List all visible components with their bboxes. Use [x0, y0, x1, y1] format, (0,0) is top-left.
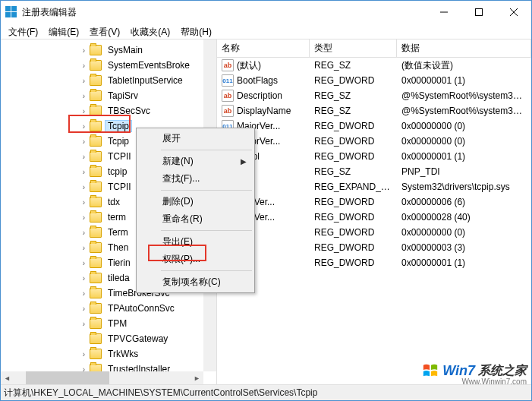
tree-node[interactable]: TPVCGateway: [1, 331, 216, 346]
folder-icon: [90, 166, 102, 177]
chevron-right-icon[interactable]: ›: [80, 62, 88, 70]
value-type: REG_SZ: [310, 105, 397, 117]
list-row[interactable]: abPathREG_EXPAND_SZSystem32\drivers\tcpi…: [217, 179, 531, 194]
chevron-right-icon[interactable]: ›: [80, 213, 88, 222]
chevron-right-icon[interactable]: ›: [80, 153, 88, 161]
list-pane[interactable]: 名称 类型 数据 ab(默认)REG_SZ(数值未设置)011BootFlags…: [217, 39, 531, 384]
status-path: 计算机\HKEY_LOCAL_MACHINE\SYSTEM\CurrentCon…: [4, 387, 317, 398]
menu-file[interactable]: 文件(F): [4, 25, 42, 37]
tree-node[interactable]: ›SystemEventsBroke: [1, 58, 216, 73]
tree-node[interactable]: ›TapiSrv: [1, 88, 216, 103]
tree-node[interactable]: ›TrkWks: [1, 346, 216, 362]
watermark-brand1: Win7: [442, 363, 475, 379]
context-menu-item[interactable]: 重命名(R): [138, 210, 253, 228]
chevron-right-icon[interactable]: ›: [80, 350, 88, 358]
chevron-right-icon[interactable]: ›: [80, 92, 88, 100]
value-type: REG_DWORD: [310, 226, 397, 238]
value-type: REG_SZ: [310, 166, 397, 178]
chevron-right-icon[interactable]: ›: [80, 168, 88, 176]
tree-node[interactable]: ›TPAutoConnSvc: [1, 301, 216, 316]
list-row[interactable]: abDescriptionREG_SZ@%SystemRoot%\system3…: [217, 88, 531, 103]
tree-scrollbar-horizontal[interactable]: ◄ ►: [1, 371, 203, 384]
scroll-left-icon[interactable]: ◄: [1, 371, 14, 384]
tree-node-label: Then: [105, 242, 131, 254]
watermark-brand2: 系统之家: [478, 363, 527, 379]
value-data: 0x00000001 (1): [397, 150, 531, 163]
chevron-right-icon[interactable]: ›: [80, 122, 88, 131]
value-type: REG_DWORD: [310, 242, 397, 254]
column-data-header[interactable]: 数据: [397, 39, 531, 57]
chevron-right-icon[interactable]: ›: [80, 137, 88, 146]
list-row[interactable]: 011REG_DWORD0x00000000 (0): [217, 225, 531, 240]
chevron-right-icon[interactable]: ›: [80, 305, 88, 313]
chevron-right-icon[interactable]: ›: [80, 289, 88, 298]
chevron-right-icon[interactable]: ›: [80, 229, 88, 237]
folder-icon: [90, 227, 102, 238]
scroll-thumb[interactable]: [26, 371, 109, 384]
value-type: REG_DWORD: [310, 135, 397, 147]
chevron-right-icon[interactable]: ›: [80, 107, 88, 115]
chevron-right-icon[interactable]: ›: [80, 77, 88, 85]
context-menu-item[interactable]: 复制项名称(C): [138, 273, 253, 291]
list-row[interactable]: 011lajorVer...REG_DWORD0x00000006 (6): [217, 194, 531, 210]
context-menu-label: 重命名(R): [162, 213, 203, 226]
chevron-right-icon[interactable]: ›: [80, 244, 88, 252]
tree-node[interactable]: ›TPM: [1, 316, 216, 331]
scroll-right-icon[interactable]: ►: [190, 371, 203, 384]
menu-help[interactable]: 帮助(H): [176, 25, 216, 37]
value-data: 0x00000028 (40): [397, 211, 531, 223]
menu-edit[interactable]: 编辑(E): [44, 25, 83, 37]
list-row[interactable]: 011linorVer...REG_DWORD0x00000028 (40): [217, 210, 531, 225]
minimize-button[interactable]: [427, 1, 461, 24]
list-row[interactable]: 011MajorVer...REG_DWORD0x00000000 (0): [217, 118, 531, 134]
list-row[interactable]: 011BootFlagsREG_DWORD0x00000001 (1): [217, 73, 531, 88]
chevron-right-icon[interactable]: ›: [80, 46, 88, 55]
chevron-right-icon[interactable]: ›: [80, 198, 88, 207]
context-menu-item[interactable]: 查找(F)...: [138, 170, 253, 188]
menu-view[interactable]: 查看(V): [85, 25, 124, 37]
folder-icon: [90, 182, 102, 192]
tree-node[interactable]: ›TBSecSvc: [1, 103, 216, 118]
column-name-header[interactable]: 名称: [217, 39, 310, 57]
folder-icon: [90, 349, 102, 359]
maximize-button[interactable]: [461, 1, 496, 24]
folder-icon: [90, 273, 102, 283]
value-type: REG_DWORD: [310, 150, 397, 163]
tree-node-label: tileda: [105, 272, 133, 284]
list-row[interactable]: 011REG_DWORD0x00000003 (3): [217, 240, 531, 255]
list-row[interactable]: ab(默认)REG_SZ(数值未设置): [217, 58, 531, 73]
list-row[interactable]: 011MinorVer...REG_DWORD0x00000000 (0): [217, 134, 531, 149]
value-data: 0x00000000 (0): [397, 226, 531, 238]
column-type-header[interactable]: 类型: [310, 39, 397, 57]
list-row[interactable]: 011REG_DWORD0x00000001 (1): [217, 255, 531, 270]
scroll-track[interactable]: [14, 371, 190, 384]
context-menu-label: 复制项名称(C): [162, 276, 221, 289]
string-value-icon: ab: [222, 105, 234, 117]
close-button[interactable]: [496, 1, 531, 24]
value-type: REG_DWORD: [310, 74, 397, 87]
binary-value-icon: 011: [222, 74, 234, 87]
context-menu-item[interactable]: 新建(N)▶: [138, 153, 253, 170]
context-menu-item[interactable]: 展开: [138, 130, 253, 147]
chevron-right-icon[interactable]: ›: [80, 320, 88, 328]
chevron-right-icon[interactable]: ›: [80, 183, 88, 191]
tree-node-label: TPAutoConnSvc: [105, 302, 178, 314]
tree-node[interactable]: ›SysMain: [1, 43, 216, 58]
chevron-right-icon[interactable]: ›: [80, 274, 88, 283]
tree-node-label: TapiSrv: [105, 90, 141, 102]
list-row[interactable]: abREG_SZPNP_TDI: [217, 164, 531, 179]
menu-favorites[interactable]: 收藏夹(A): [126, 25, 175, 37]
menu-separator: [161, 150, 252, 150]
content-area: ›SysMain›SystemEventsBroke›TabletInputSe…: [1, 39, 531, 384]
list-row[interactable]: 011ontrolREG_DWORD0x00000001 (1): [217, 149, 531, 164]
value-data: System32\drivers\tcpip.sys: [397, 181, 531, 193]
list-row[interactable]: abDisplayNameREG_SZ@%SystemRoot%\system3…: [217, 103, 531, 118]
context-menu-item[interactable]: 导出(E): [138, 233, 253, 251]
tree-node-label: TPM: [105, 317, 130, 330]
context-menu-item[interactable]: 删除(D): [138, 193, 253, 210]
folder-icon: [90, 75, 102, 86]
context-menu-item[interactable]: 权限(P)...: [138, 251, 253, 268]
tree-node[interactable]: ›TabletInputService: [1, 73, 216, 88]
chevron-right-icon[interactable]: ›: [80, 259, 88, 267]
value-type: REG_DWORD: [310, 196, 397, 208]
